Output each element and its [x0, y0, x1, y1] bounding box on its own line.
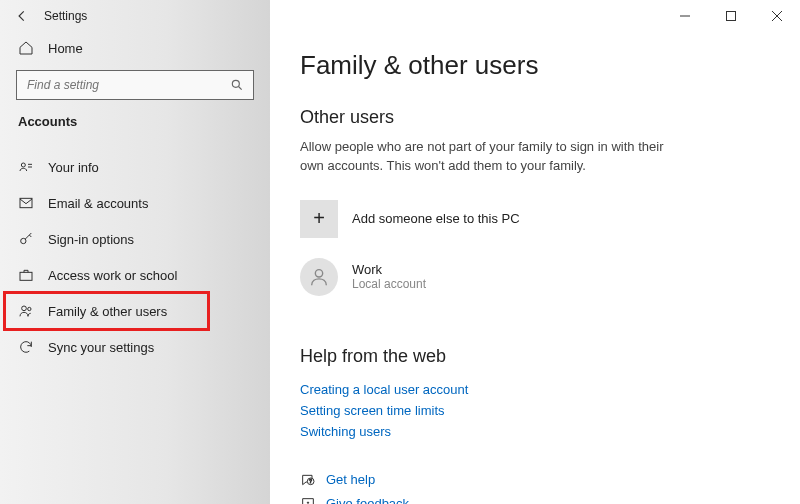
svg-point-6: [21, 163, 25, 167]
search-icon: [229, 77, 245, 93]
sidebar-item-label: Access work or school: [48, 268, 177, 283]
window-controls: [662, 0, 800, 32]
sidebar-item-label: Family & other users: [48, 304, 167, 319]
search-input[interactable]: [16, 70, 254, 100]
svg-point-10: [21, 238, 26, 243]
give-feedback-link[interactable]: Give feedback: [300, 492, 788, 504]
svg-point-17: [307, 502, 308, 503]
home-icon: [18, 40, 34, 56]
give-feedback-label: Give feedback: [326, 496, 409, 504]
add-someone-label: Add someone else to this PC: [352, 211, 520, 226]
sidebar-item-label: Sign-in options: [48, 232, 134, 247]
other-users-description: Allow people who are not part of your fa…: [300, 138, 690, 176]
help-link-create-local-user[interactable]: Creating a local user account: [300, 379, 788, 400]
sidebar-item-label: Your info: [48, 160, 99, 175]
svg-rect-11: [20, 272, 32, 280]
help-link-screen-time[interactable]: Setting screen time limits: [300, 400, 788, 421]
window-title: Settings: [44, 9, 87, 23]
sidebar-item-sync-settings[interactable]: Sync your settings: [0, 329, 270, 365]
sidebar-item-access-work-school[interactable]: Access work or school: [0, 257, 270, 293]
minimize-button[interactable]: [662, 0, 708, 32]
back-button[interactable]: [0, 0, 44, 32]
sync-icon: [18, 339, 34, 355]
briefcase-icon: [18, 267, 34, 283]
user-name: Work: [352, 262, 426, 277]
get-help-link[interactable]: ? Get help: [300, 468, 788, 492]
help-heading: Help from the web: [300, 346, 788, 367]
key-icon: [18, 231, 34, 247]
help-link-switching-users[interactable]: Switching users: [300, 421, 788, 442]
feedback-icon: [300, 496, 316, 504]
mail-icon: [18, 195, 34, 211]
sidebar-item-label: Email & accounts: [48, 196, 148, 211]
sidebar-item-email-accounts[interactable]: Email & accounts: [0, 185, 270, 221]
svg-point-13: [28, 307, 31, 310]
sidebar-home[interactable]: Home: [0, 32, 270, 64]
sidebar-nav: Your info Email & accounts Sign-in optio…: [0, 149, 270, 365]
svg-line-5: [239, 87, 242, 90]
avatar-icon: [300, 258, 338, 296]
content-pane: Family & other users Other users Allow p…: [270, 32, 800, 504]
maximize-button[interactable]: [708, 0, 754, 32]
sidebar: Home Accounts Your info Email & accounts: [0, 0, 270, 504]
svg-point-14: [315, 269, 322, 276]
svg-text:?: ?: [309, 479, 312, 484]
sidebar-home-label: Home: [48, 41, 83, 56]
user-subtitle: Local account: [352, 277, 426, 291]
page-title: Family & other users: [300, 50, 788, 81]
people-icon: [18, 303, 34, 319]
user-entry-work[interactable]: Work Local account: [300, 252, 788, 302]
add-someone-button[interactable]: + Add someone else to this PC: [300, 194, 788, 244]
titlebar: Settings: [0, 0, 800, 32]
sidebar-item-your-info[interactable]: Your info: [0, 149, 270, 185]
search-field[interactable]: [25, 77, 215, 93]
svg-rect-9: [20, 198, 32, 207]
close-button[interactable]: [754, 0, 800, 32]
sidebar-item-label: Sync your settings: [48, 340, 154, 355]
user-text: Work Local account: [352, 262, 426, 291]
other-users-heading: Other users: [300, 107, 788, 128]
plus-icon: +: [300, 200, 338, 238]
svg-point-4: [232, 80, 239, 87]
get-help-label: Get help: [326, 472, 375, 487]
sidebar-item-family-other-users[interactable]: Family & other users: [0, 293, 270, 329]
chat-help-icon: ?: [300, 472, 316, 488]
svg-rect-1: [727, 12, 736, 21]
sidebar-category: Accounts: [0, 110, 270, 133]
svg-point-12: [22, 306, 27, 311]
person-card-icon: [18, 159, 34, 175]
sidebar-item-sign-in-options[interactable]: Sign-in options: [0, 221, 270, 257]
